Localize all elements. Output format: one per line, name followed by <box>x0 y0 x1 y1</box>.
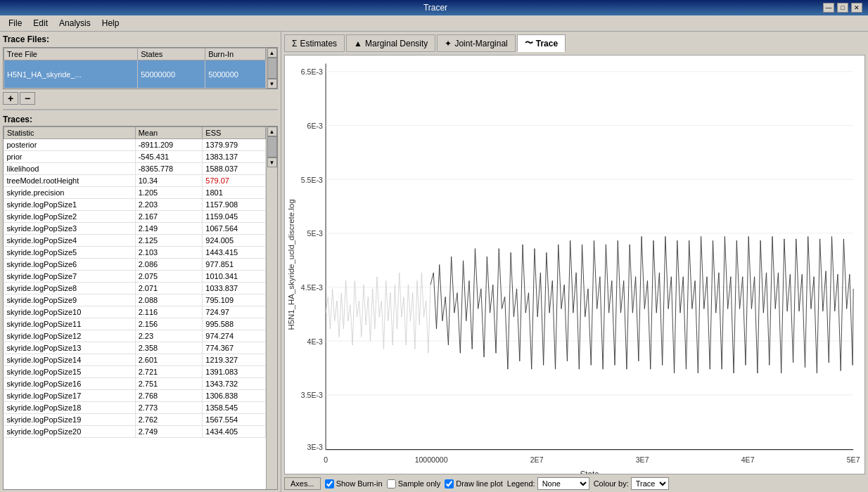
trace-statistic: skyride.logPopSize9 <box>4 294 136 306</box>
y-axis-label: H5N1_HA_skyride_ucld_discrete.log <box>287 199 295 330</box>
trace-row[interactable]: skyride.logPopSize2 2.167 1159.045 <box>4 211 266 223</box>
traces-table-container: Statistic Mean ESS posterior -8911.209 1… <box>3 126 278 490</box>
tab-trace-label: Trace <box>536 39 558 48</box>
trace-mean: -8365.778 <box>135 163 203 175</box>
draw-line-checkbox[interactable] <box>445 479 454 488</box>
tab-trace[interactable]: 〜 Trace <box>517 34 566 52</box>
trace-row[interactable]: skyride.logPopSize19 2.762 1567.554 <box>4 414 266 426</box>
trace-mean: -8911.209 <box>135 139 203 151</box>
trace-ess: 924.005 <box>203 235 266 247</box>
legend-select[interactable]: None Top-Left Top-Right <box>537 477 589 490</box>
trace-ess: 795.109 <box>203 294 266 306</box>
trace-ess: 1010.341 <box>203 271 266 283</box>
trace-row[interactable]: skyride.logPopSize12 2.23 974.274 <box>4 330 266 342</box>
menu-edit[interactable]: Edit <box>27 17 53 30</box>
sample-only-checkbox[interactable] <box>387 479 396 488</box>
remove-button[interactable]: − <box>20 92 35 105</box>
y-tick-6e-3: 6E-3 <box>307 122 323 130</box>
colour-by-select[interactable]: Trace File <box>631 477 669 490</box>
trace-row[interactable]: skyride.precision 1.205 1801 <box>4 187 266 199</box>
sample-only-label: Sample only <box>398 479 441 488</box>
scroll-down-arrow[interactable]: ▼ <box>267 79 277 89</box>
trace-row[interactable]: skyride.logPopSize14 2.601 1219.327 <box>4 354 266 366</box>
traces-table: Statistic Mean ESS posterior -8911.209 1… <box>4 127 266 438</box>
trace-row[interactable]: skyride.logPopSize18 2.773 1358.545 <box>4 402 266 414</box>
trace-file-name: H5N1_HA_skyride_... <box>4 60 138 89</box>
tab-joint-marginal[interactable]: ✦ Joint-Marginal <box>437 34 515 52</box>
y-tick-6.5e-3: 6.5E-3 <box>301 67 323 76</box>
add-button[interactable]: + <box>3 92 18 105</box>
close-button[interactable]: ✕ <box>851 3 862 13</box>
y-tick-4e-3: 4E-3 <box>307 337 323 345</box>
trace-mean: 2.075 <box>135 271 203 283</box>
trace-statistic: skyride.precision <box>4 187 136 199</box>
y-tick-5.5e-3: 5.5E-3 <box>301 175 323 183</box>
add-remove-bar: + − <box>3 92 278 105</box>
trace-mean: 2.167 <box>135 211 203 223</box>
menu-file[interactable]: File <box>3 17 27 30</box>
trace-row[interactable]: skyride.logPopSize15 2.721 1391.083 <box>4 366 266 378</box>
trace-row[interactable]: skyride.logPopSize1 2.203 1157.908 <box>4 199 266 211</box>
scroll-up-arrow[interactable]: ▲ <box>267 48 277 58</box>
maximize-button[interactable]: □ <box>837 3 848 13</box>
trace-statistic: skyride.logPopSize8 <box>4 283 136 294</box>
trace-row[interactable]: skyride.logPopSize7 2.075 1010.341 <box>4 271 266 283</box>
menu-help[interactable]: Help <box>96 17 125 30</box>
trace-row[interactable]: skyride.logPopSize5 2.103 1443.415 <box>4 247 266 259</box>
trace-file-states: 50000000 <box>138 60 205 89</box>
tab-joint-marginal-label: Joint-Marginal <box>454 39 507 48</box>
trace-row[interactable]: skyride.logPopSize9 2.088 795.109 <box>4 294 266 306</box>
minimize-button[interactable]: — <box>823 3 834 13</box>
trace-files-scrollbar[interactable]: ▲ ▼ <box>266 48 277 89</box>
menu-analysis[interactable]: Analysis <box>53 17 96 30</box>
trace-row[interactable]: skyride.logPopSize8 2.071 1033.837 <box>4 283 266 294</box>
traces-scroll-thumb[interactable] <box>267 136 277 157</box>
trace-row[interactable]: prior -545.431 1383.137 <box>4 151 266 163</box>
trace-row[interactable]: skyride.logPopSize20 2.749 1434.405 <box>4 426 266 438</box>
density-icon: ▲ <box>354 39 362 48</box>
trace-row[interactable]: skyride.logPopSize3 2.149 1067.564 <box>4 223 266 235</box>
trace-row[interactable]: likelihood -8365.778 1588.037 <box>4 163 266 175</box>
trace-row[interactable]: skyride.logPopSize13 2.358 774.367 <box>4 342 266 354</box>
trace-statistic: skyride.logPopSize3 <box>4 223 136 235</box>
col-header-states: States <box>138 48 205 60</box>
trace-row[interactable]: skyride.logPopSize16 2.751 1343.732 <box>4 378 266 390</box>
trace-mean: 2.749 <box>135 426 203 438</box>
divider <box>3 109 278 110</box>
axes-button[interactable]: Axes... <box>284 477 321 490</box>
trace-row[interactable]: skyride.logPopSize17 2.768 1306.838 <box>4 390 266 402</box>
trace-mean: -545.431 <box>135 151 203 163</box>
trace-mean: 10.34 <box>135 175 203 187</box>
tab-marginal-density[interactable]: ▲ Marginal Density <box>346 34 435 52</box>
trace-statistic: treeModel.rootHeight <box>4 175 136 187</box>
traces-scroll-up[interactable]: ▲ <box>267 127 277 136</box>
trace-mean: 2.125 <box>135 235 203 247</box>
trace-statistic: skyride.logPopSize13 <box>4 342 136 354</box>
scroll-thumb[interactable] <box>267 58 277 79</box>
trace-row[interactable]: skyride.logPopSize11 2.156 995.588 <box>4 318 266 330</box>
traces-col-statistic: Statistic <box>4 127 136 139</box>
trace-files-label: Trace Files: <box>3 34 278 44</box>
y-tick-3e-3: 3E-3 <box>307 442 323 451</box>
trace-file-row[interactable]: H5N1_HA_skyride_... 50000000 5000000 <box>4 60 266 89</box>
trace-ess: 974.274 <box>203 330 266 342</box>
trace-row[interactable]: posterior -8911.209 1379.979 <box>4 139 266 151</box>
traces-col-mean: Mean <box>135 127 203 139</box>
sample-only-group: Sample only <box>387 479 441 488</box>
left-panel: Trace Files: Tree File States Burn-In H5… <box>0 32 281 492</box>
trace-row[interactable]: treeModel.rootHeight 10.34 579.07 <box>4 175 266 187</box>
traces-scroll-down[interactable]: ▼ <box>267 157 277 167</box>
traces-scrollbar[interactable]: ▲ ▼ <box>266 127 277 489</box>
trace-row[interactable]: skyride.logPopSize10 2.116 724.97 <box>4 306 266 318</box>
trace-ess: 1157.908 <box>203 199 266 211</box>
traces-scroll[interactable]: Statistic Mean ESS posterior -8911.209 1… <box>4 127 266 489</box>
trace-row[interactable]: skyride.logPopSize4 2.125 924.005 <box>4 235 266 247</box>
trace-statistic: prior <box>4 151 136 163</box>
show-burnin-checkbox[interactable] <box>325 479 334 488</box>
trace-statistic: skyride.logPopSize12 <box>4 330 136 342</box>
trace-ess: 1033.837 <box>203 283 266 294</box>
tab-estimates[interactable]: Σ Estimates <box>284 34 345 52</box>
trace-mean: 2.721 <box>135 366 203 378</box>
trace-row[interactable]: skyride.logPopSize6 2.086 977.851 <box>4 259 266 271</box>
legend-group: Legend: None Top-Left Top-Right <box>507 477 589 490</box>
